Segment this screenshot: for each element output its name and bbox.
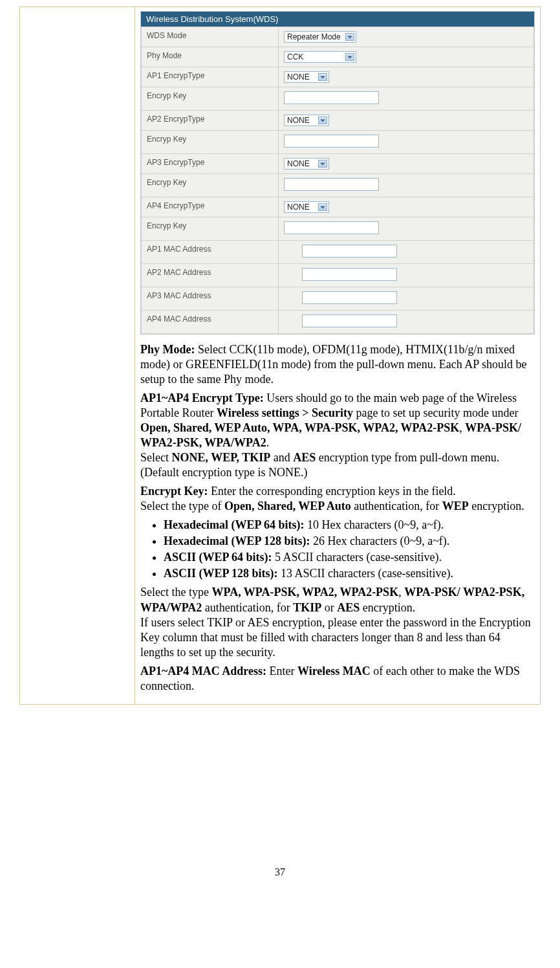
field-value: [279, 287, 534, 311]
mac-address-input[interactable]: [302, 314, 397, 327]
field-label: Phy Mode: [142, 47, 279, 67]
mac-address-input[interactable]: [302, 245, 397, 258]
field-label: WDS Mode: [142, 27, 279, 47]
field-value: CCK: [279, 47, 534, 67]
encrypt-key-input[interactable]: [284, 178, 379, 191]
wds-settings-table: WDS ModeRepeater ModePhy ModeCCKAP1 Encr…: [141, 27, 534, 334]
select-dropdown[interactable]: NONE: [284, 158, 329, 170]
wds-panel: Wireless Distribution System(WDS) WDS Mo…: [140, 11, 535, 335]
field-label: AP4 EncrypType: [142, 197, 279, 217]
mac-address-label: AP1~AP4 MAC Address:: [140, 665, 266, 677]
field-value: [279, 174, 534, 197]
field-value: NONE: [279, 197, 534, 217]
field-value: [279, 131, 534, 154]
select-dropdown[interactable]: Repeater Mode: [284, 31, 356, 43]
chevron-down-icon: [320, 119, 325, 122]
table-row: AP3 EncrypTypeNONE: [142, 154, 534, 174]
chevron-down-icon: [347, 36, 352, 38]
field-value: Repeater Mode: [279, 27, 534, 47]
field-label: AP3 MAC Address: [142, 287, 279, 311]
table-row: Phy ModeCCK: [142, 47, 534, 67]
chevron-down-icon: [320, 162, 325, 165]
table-row: AP1 MAC Address: [142, 241, 534, 264]
table-row: AP2 EncrypTypeNONE: [142, 111, 534, 131]
table-row: AP1 EncrypTypeNONE: [142, 67, 534, 87]
field-value: [279, 311, 534, 334]
chevron-down-icon: [320, 76, 325, 78]
select-dropdown[interactable]: NONE: [284, 115, 329, 126]
mac-address-input[interactable]: [302, 291, 397, 304]
encrypt-key-input[interactable]: [284, 91, 379, 104]
table-row: AP2 MAC Address: [142, 264, 534, 287]
field-value: [279, 264, 534, 287]
table-row: WDS ModeRepeater Mode: [142, 27, 534, 47]
encrypt-type-label: AP1~AP4 Encrypt Type:: [140, 391, 264, 404]
field-label: Encryp Key: [142, 217, 279, 241]
left-column: [20, 7, 135, 705]
list-item: Hexadecimal (WEP 64 bits): 10 Hex charac…: [164, 518, 535, 533]
field-value: NONE: [279, 111, 534, 131]
encrypt-key-label: Encrypt Key:: [140, 485, 208, 498]
field-label: AP2 EncrypType: [142, 111, 279, 131]
table-row: Encryp Key: [142, 87, 534, 111]
select-dropdown[interactable]: NONE: [284, 201, 329, 213]
list-item: Hexadecimal (WEP 128 bits): 26 Hex chara…: [164, 534, 535, 549]
list-item: ASCII (WEP 128 bits): 13 ASCII character…: [164, 566, 535, 581]
description-content: Phy Mode: Select CCK(11b mode), OFDM(11g…: [140, 342, 535, 694]
field-value: [279, 217, 534, 241]
page-number: 37: [19, 866, 541, 878]
field-label: AP4 MAC Address: [142, 311, 279, 334]
wds-panel-title: Wireless Distribution System(WDS): [141, 12, 534, 27]
field-label: AP2 MAC Address: [142, 264, 279, 287]
right-column: Wireless Distribution System(WDS) WDS Mo…: [135, 7, 541, 705]
chevron-down-icon: [347, 56, 352, 58]
table-row: Encryp Key: [142, 131, 534, 154]
mac-address-input[interactable]: [302, 268, 397, 281]
wep-bullets: Hexadecimal (WEP 64 bits): 10 Hex charac…: [140, 518, 535, 581]
encrypt-key-input[interactable]: [284, 221, 379, 234]
field-label: Encryp Key: [142, 174, 279, 197]
select-dropdown[interactable]: NONE: [284, 71, 329, 83]
field-value: [279, 87, 534, 111]
list-item: ASCII (WEP 64 bits): 5 ASCII characters …: [164, 550, 535, 565]
table-row: Encryp Key: [142, 174, 534, 197]
field-label: Encryp Key: [142, 87, 279, 111]
table-row: AP3 MAC Address: [142, 287, 534, 311]
table-row: Encryp Key: [142, 217, 534, 241]
field-value: NONE: [279, 154, 534, 174]
select-dropdown[interactable]: CCK: [284, 51, 356, 63]
field-label: Encryp Key: [142, 131, 279, 154]
field-label: AP1 EncrypType: [142, 67, 279, 87]
doc-table: Wireless Distribution System(WDS) WDS Mo…: [19, 6, 541, 705]
field-label: AP3 EncrypType: [142, 154, 279, 174]
table-row: AP4 MAC Address: [142, 311, 534, 334]
encrypt-key-input[interactable]: [284, 135, 379, 148]
field-value: NONE: [279, 67, 534, 87]
table-row: AP4 EncrypTypeNONE: [142, 197, 534, 217]
chevron-down-icon: [320, 206, 325, 208]
field-value: [279, 241, 534, 264]
field-label: AP1 MAC Address: [142, 241, 279, 264]
phy-mode-label: Phy Mode:: [140, 343, 195, 356]
